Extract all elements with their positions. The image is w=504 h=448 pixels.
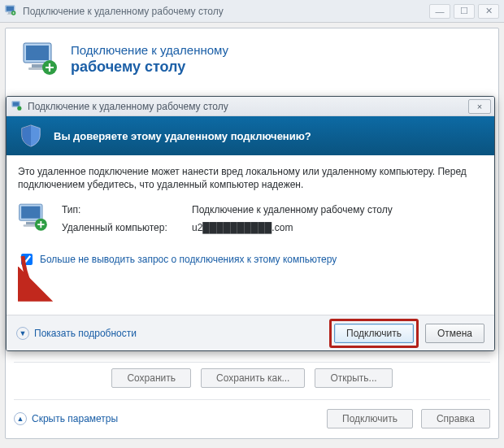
- dialog-warning-text: Это удаленное подключение может нанести …: [18, 165, 483, 191]
- help-button[interactable]: Справка: [421, 409, 490, 428]
- show-details-toggle[interactable]: ▼ Показать подробности: [16, 327, 137, 340]
- dont-ask-again-label: Больше не выводить запрос о подключениях…: [40, 254, 337, 265]
- dialog-connect-button[interactable]: Подключить: [334, 324, 414, 343]
- rdp-icon: [5, 5, 18, 18]
- rdp-icon: [11, 101, 23, 112]
- connect-button[interactable]: Подключить: [327, 409, 413, 428]
- open-button[interactable]: Открыть...: [315, 368, 392, 388]
- svg-rect-1: [7, 6, 14, 11]
- maximize-button[interactable]: ☐: [454, 4, 475, 19]
- host-label: Удаленный компьютер:: [62, 222, 192, 233]
- dialog-body: Это удаленное подключение может нанести …: [7, 155, 494, 267]
- svg-rect-11: [13, 102, 20, 106]
- dont-ask-again-checkbox[interactable]: [21, 254, 33, 265]
- main-footer: ▲ Скрыть параметры Подключить Справка: [14, 399, 490, 432]
- header-line1: Подключение к удаленному: [71, 42, 228, 59]
- dialog-question-band: Вы доверяете этому удаленному подключени…: [7, 116, 494, 155]
- trust-connection-dialog: Подключение к удаленному рабочему столу …: [6, 96, 495, 351]
- chevron-down-icon: ▼: [16, 327, 29, 340]
- type-value: Подключение к удаленному рабочему столу: [192, 204, 393, 215]
- shield-icon: [18, 123, 44, 149]
- save-as-button[interactable]: Сохранить как...: [201, 368, 305, 388]
- rdp-icon: [18, 202, 50, 235]
- dialog-titlebar: Подключение к удаленному рабочему столу …: [7, 97, 494, 116]
- main-title-text: Подключение к удаленному рабочему столу: [23, 6, 224, 17]
- show-details-label: Показать подробности: [34, 328, 137, 339]
- svg-rect-2: [8, 12, 12, 13]
- chevron-up-icon: ▲: [14, 412, 27, 425]
- svg-rect-15: [26, 222, 36, 224]
- dialog-title-text: Подключение к удаленному рабочему столу: [28, 101, 228, 112]
- dialog-close-button[interactable]: ×: [468, 99, 491, 114]
- connect-button-highlight: Подключить: [329, 319, 419, 348]
- settings-button-row: Сохранить Сохранить как... Открыть...: [14, 362, 490, 393]
- dialog-footer: ▼ Показать подробности Подключить Отмена: [7, 315, 494, 350]
- rdp-icon: [22, 41, 61, 76]
- svg-rect-14: [21, 207, 40, 219]
- svg-rect-7: [32, 64, 43, 67]
- hide-options-toggle[interactable]: ▲ Скрыть параметры: [14, 412, 118, 425]
- close-button[interactable]: ✕: [478, 4, 499, 19]
- main-header-text: Подключение к удаленному рабочему столу: [71, 42, 228, 75]
- dont-ask-again-row[interactable]: Больше не выводить запрос о подключениях…: [18, 251, 483, 267]
- type-label: Тип:: [62, 204, 192, 215]
- minimize-button[interactable]: —: [429, 4, 450, 19]
- hide-options-label: Скрыть параметры: [32, 413, 118, 424]
- svg-rect-6: [26, 46, 49, 60]
- dialog-cancel-button[interactable]: Отмена: [425, 324, 484, 343]
- svg-point-12: [17, 106, 21, 110]
- connection-info-row: Тип: Подключение к удаленному рабочему с…: [18, 202, 483, 235]
- dialog-question-text: Вы доверяете этому удаленному подключени…: [54, 130, 311, 142]
- main-titlebar: Подключение к удаленному рабочему столу …: [0, 0, 504, 23]
- main-header: Подключение к удаленному рабочему столу: [14, 37, 490, 87]
- host-value: u2██████████.com: [192, 222, 393, 233]
- save-button[interactable]: Сохранить: [111, 368, 191, 388]
- header-line2: рабочему столу: [71, 59, 228, 75]
